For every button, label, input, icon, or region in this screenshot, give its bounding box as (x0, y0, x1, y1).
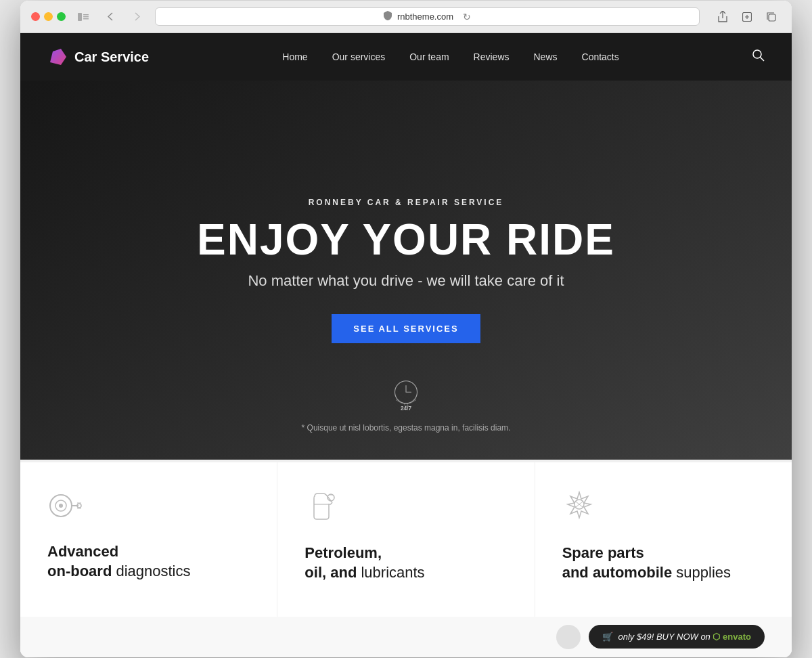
browser-chrome: rnbtheme.com ↻ (20, 1, 792, 33)
logo-text: Car Service (74, 49, 149, 65)
browser-actions (713, 9, 781, 24)
duplicate-button[interactable] (762, 9, 781, 24)
sidebar-toggle-button[interactable] (74, 9, 93, 24)
nav-link-services[interactable]: Our services (332, 51, 386, 62)
cart-icon: 🛒 (602, 632, 613, 642)
hero-content: RONNEBY CAR & REPAIR SERVICE ENJOY YOUR … (197, 198, 615, 343)
website-content: Car Service Home Our services Our team R… (20, 33, 792, 657)
traffic-lights (31, 12, 66, 21)
nav-item-reviews[interactable]: Reviews (474, 51, 510, 63)
svg-rect-1 (83, 14, 89, 16)
service-title-bold-1: Advancedon-board (47, 543, 118, 579)
spare-parts-icon (562, 489, 765, 530)
service-card-diagnostics: Advancedon-board diagnostics (20, 462, 277, 616)
address-bar[interactable]: rnbtheme.com ↻ (155, 7, 700, 26)
nav-link-team[interactable]: Our team (409, 51, 449, 62)
hero-title: ENJOY YOUR RIDE (197, 218, 615, 261)
clock-icon: 24/7 (386, 374, 426, 418)
service-title-spare-parts: Spare partsand automobile supplies (562, 544, 765, 582)
nav-link-news[interactable]: News (534, 51, 558, 62)
svg-rect-5 (769, 14, 775, 21)
service-title-bold-3: Spare partsand automobile (562, 544, 673, 581)
site-logo[interactable]: Car Service (47, 46, 149, 68)
nav-item-home[interactable]: Home (282, 51, 307, 63)
svg-text:24/7: 24/7 (401, 405, 411, 412)
service-title-regular-3: supplies (672, 564, 731, 581)
new-tab-button[interactable] (738, 9, 757, 24)
service-card-petroleum: Petroleum,oil, and lubricants (277, 462, 535, 616)
hero-bottom: 24/7 * Quisque ut nisl lobortis, egestas… (302, 374, 511, 433)
envato-brand: ⬡ envato (713, 632, 751, 642)
svg-rect-0 (78, 13, 82, 21)
toggle-button[interactable] (556, 625, 581, 649)
minimize-button[interactable] (44, 12, 53, 21)
url-text: rnbtheme.com (397, 12, 453, 22)
hero-subtitle: RONNEBY CAR & REPAIR SERVICE (309, 198, 504, 207)
security-icon (384, 11, 392, 22)
nav-link-home[interactable]: Home (282, 51, 307, 62)
hero-footnote: * Quisque ut nisl lobortis, egestas magn… (302, 423, 511, 433)
search-button[interactable] (752, 49, 765, 65)
bottom-bar: 🛒 only $49! BUY NOW on ⬡ envato (20, 617, 792, 657)
back-button[interactable] (101, 9, 120, 24)
service-title-diagnostics: Advancedon-board diagnostics (47, 542, 250, 581)
nav-link-reviews[interactable]: Reviews (474, 51, 510, 62)
envato-label: only $49! BUY NOW on ⬡ envato (618, 632, 751, 642)
diagnostics-icon (47, 489, 250, 529)
hero-description: No matter what you drive - we will take … (248, 272, 564, 290)
hero-section: RONNEBY CAR & REPAIR SERVICE ENJOY YOUR … (20, 81, 792, 460)
nav-item-contacts[interactable]: Contacts (582, 51, 619, 63)
nav-link-contacts[interactable]: Contacts (582, 51, 619, 62)
browser-window: rnbtheme.com ↻ (20, 1, 792, 657)
close-button[interactable] (31, 12, 40, 21)
svg-point-11 (59, 504, 63, 508)
nav-item-team[interactable]: Our team (409, 51, 449, 63)
service-title-regular-2: lubricants (357, 564, 424, 581)
services-section: Advancedon-board diagnostics Petroleum,o… (20, 460, 792, 616)
maximize-button[interactable] (57, 12, 66, 21)
envato-buy-button[interactable]: 🛒 only $49! BUY NOW on ⬡ envato (589, 625, 765, 649)
service-card-spare-parts: Spare partsand automobile supplies (535, 462, 792, 616)
svg-point-6 (753, 50, 761, 58)
share-button[interactable] (713, 9, 732, 24)
petroleum-icon (304, 489, 507, 530)
nav-item-services[interactable]: Our services (332, 51, 386, 63)
cta-button[interactable]: SEE ALL SERVICES (332, 314, 480, 343)
refresh-icon[interactable]: ↻ (463, 12, 471, 22)
nav-item-news[interactable]: News (534, 51, 558, 63)
forward-button[interactable] (128, 9, 147, 24)
service-title-petroleum: Petroleum,oil, and lubricants (304, 544, 507, 582)
svg-rect-2 (83, 16, 89, 18)
svg-rect-3 (83, 18, 89, 20)
nav-menu: Home Our services Our team Reviews News … (282, 51, 618, 63)
navbar: Car Service Home Our services Our team R… (20, 33, 792, 81)
service-title-regular-1: diagnostics (112, 563, 190, 579)
